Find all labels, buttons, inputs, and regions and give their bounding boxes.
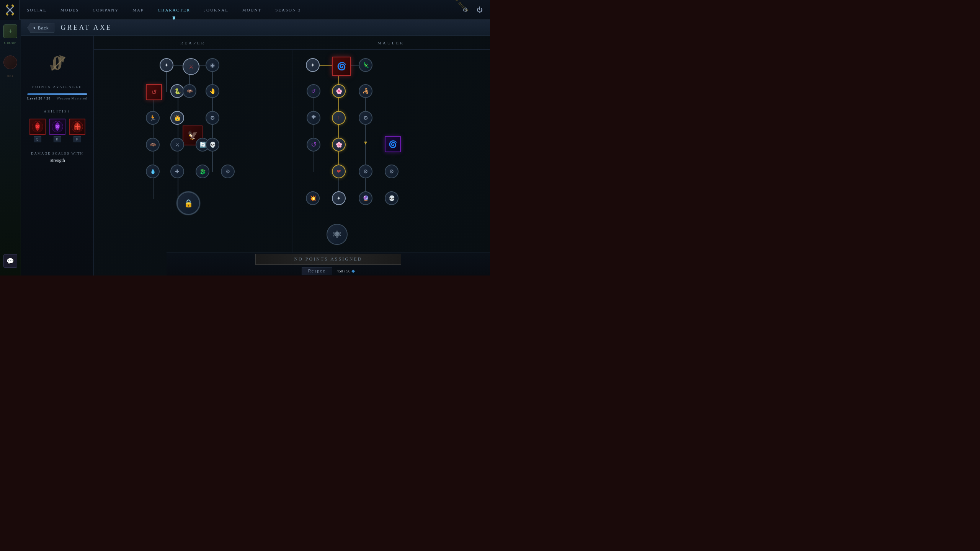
mauler-node-r2-left[interactable]: ↺ [307, 84, 320, 98]
mauler-node-r5-right[interactable]: ⚙ [359, 165, 372, 178]
mauler-node-r5-far[interactable]: ⚙ [385, 165, 399, 178]
respec-cost: 450 / 50 ◆ [337, 268, 355, 274]
reaper-node-top-right[interactable]: ◉ [206, 58, 219, 72]
xp-bar-container: Level 20 / 20 Weapon Mastered [27, 93, 87, 100]
no-points-banner: NO POINTS ASSIGNED [255, 254, 401, 265]
abilities-section: ABILITIES Q [27, 109, 87, 142]
group-label: Group [4, 41, 16, 45]
left-sidebar: + Group RQ1 💬 [0, 20, 21, 276]
reaper-header: REAPER [94, 36, 292, 50]
reaper-node-r4-center[interactable]: ⚔ [170, 138, 184, 152]
nav-journal[interactable]: JOURNAL [197, 0, 235, 20]
reaper-node-r5-right[interactable]: ⚙ [221, 165, 235, 178]
mauler-node-r6-center[interactable]: ✦ [332, 191, 346, 205]
content-header: ◂ Back GREAT AXE [21, 20, 490, 36]
ability-q-icon[interactable] [29, 119, 46, 135]
reaper-node-top-center[interactable]: ⚔ [183, 58, 199, 75]
ability-f-key: F [74, 136, 81, 142]
chat-button[interactable]: 💬 [3, 254, 17, 268]
reaper-node-r2-left[interactable]: ↺ [146, 84, 162, 100]
ability-f-slot: F [69, 119, 85, 142]
damage-section: DAMAGE SCALES WITH Strength [27, 152, 87, 163]
mastered-label: Weapon Mastered [57, 96, 87, 100]
abilities-row: Q R [27, 119, 87, 142]
nav-social[interactable]: SOCIAL [20, 0, 54, 20]
nav-logo [0, 0, 20, 20]
tree-headers: REAPER MAULER [94, 36, 490, 50]
respec-bar: Respec 450 / 50 ◆ [302, 267, 355, 275]
mauler-node-top-center[interactable]: 🌀 [332, 57, 351, 76]
tree-divider [292, 50, 292, 253]
reaper-node-r5-c3[interactable]: 🐉 [196, 165, 209, 178]
reaper-node-r3-right[interactable]: ⚙ [206, 111, 219, 125]
ability-f-icon[interactable] [69, 119, 85, 135]
mauler-node-r3-right[interactable]: ⚙ [359, 111, 372, 125]
xp-bar [27, 93, 87, 95]
damage-stat: Strength [27, 158, 87, 163]
mauler-node-purple-square[interactable]: 🌀 [385, 136, 401, 152]
ability-q-slot: Q [29, 119, 46, 142]
back-button[interactable]: ◂ Back [27, 23, 54, 33]
damage-title: DAMAGE SCALES WITH [27, 152, 87, 155]
weapon-icon-container: 0 [38, 44, 77, 82]
skill-nodes-container: ⚔ ✦ ◉ ↺ [94, 50, 490, 253]
nav-company[interactable]: COMPANY [86, 0, 126, 20]
mauler-node-r5-center[interactable]: ❤ [332, 165, 346, 178]
axe-icon [44, 49, 71, 76]
skill-tree-area: REAPER MAULER [94, 36, 490, 276]
reaper-node-r4-right[interactable]: 💀 [206, 138, 219, 152]
mauler-header: MAULER [292, 36, 490, 50]
player-name: RQ1 [7, 75, 13, 78]
gem-icon: ◆ [351, 268, 355, 274]
respec-button[interactable]: Respec [302, 267, 332, 275]
navbar: SOCIAL MODES COMPANY MAP CHARACTER JOURN… [0, 0, 490, 20]
reaper-node-r4-left[interactable]: 🦇 [146, 138, 160, 152]
bottom-bar: NO POINTS ASSIGNED Respec 450 / 50 ◆ [167, 253, 490, 276]
main-content: ◂ Back GREAT AXE 0 POINTS AVAILABLE Leve… [21, 20, 490, 276]
reaper-node-top-left2[interactable]: ✦ [160, 58, 173, 72]
nav-map[interactable]: MAP [126, 0, 151, 20]
reaper-node-r5-center[interactable]: ✚ [170, 165, 184, 178]
reaper-node-r2-right[interactable]: 🤚 [206, 84, 219, 98]
power-icon[interactable]: ⏻ [474, 4, 485, 16]
mauler-node-top-left[interactable]: ✦ [306, 58, 320, 72]
mauler-node-r4-center[interactable]: 🌸 [332, 138, 346, 152]
abilities-title: ABILITIES [27, 109, 87, 113]
mauler-node-r3-center[interactable]: ↑ [332, 111, 346, 125]
mauler-node-r2-right[interactable]: 🦂 [359, 84, 372, 98]
nav-character[interactable]: CHARACTER [151, 0, 197, 20]
mauler-node-r3-left[interactable]: 🌪 [307, 111, 320, 125]
nav-mount[interactable]: MOUNT [235, 0, 268, 20]
page-title: GREAT AXE [60, 24, 112, 32]
mauler-node-r6-right[interactable]: 🔮 [359, 191, 372, 205]
points-label: POINTS AVAILABLE [32, 85, 82, 89]
xp-bar-fill [27, 93, 87, 95]
level-label: Level 20 / 20 [27, 96, 51, 100]
xp-labels: Level 20 / 20 Weapon Mastered [27, 96, 87, 100]
reaper-node-r3-left[interactable]: 🏃 [146, 111, 160, 125]
left-panel: 0 POINTS AVAILABLE Level 20 / 20 Weapon … [21, 36, 94, 276]
ability-r-icon[interactable] [49, 119, 65, 135]
mauler-node-r2-center[interactable]: 🌸 [332, 84, 346, 98]
nav-season3[interactable]: SEASON 3 [268, 0, 308, 20]
mauler-node-top-right[interactable]: 🦎 [359, 58, 372, 72]
reaper-node-r2-c2[interactable]: 🦇 [183, 84, 196, 98]
nav-modes[interactable]: MODES [54, 0, 86, 20]
reaper-node-r3-center[interactable]: 👑 [170, 111, 184, 125]
skill-tree-canvas: ⚔ ✦ ◉ ↺ [94, 50, 490, 253]
svg-marker-49 [364, 142, 367, 145]
ability-r-slot: R [49, 119, 65, 142]
mauler-node-bottom[interactable]: 🕷 [327, 224, 348, 245]
mauler-node-r4-left[interactable]: ↺ [307, 138, 320, 152]
reaper-node-r2-center[interactable]: 🐍 [170, 84, 184, 98]
mauler-node-r6-far[interactable]: 💀 [385, 191, 399, 205]
mauler-node-r6-left[interactable]: 💥 [306, 191, 320, 205]
player-avatar [3, 55, 17, 69]
nav-items: SOCIAL MODES COMPANY MAP CHARACTER JOURN… [20, 0, 459, 20]
ability-r-key: R [54, 136, 61, 142]
reaper-node-r5-left[interactable]: 💧 [146, 165, 160, 178]
reaper-node-locked[interactable]: 🔒 [176, 191, 200, 215]
ability-q-key: Q [34, 136, 41, 142]
group-button[interactable]: + [3, 24, 17, 38]
